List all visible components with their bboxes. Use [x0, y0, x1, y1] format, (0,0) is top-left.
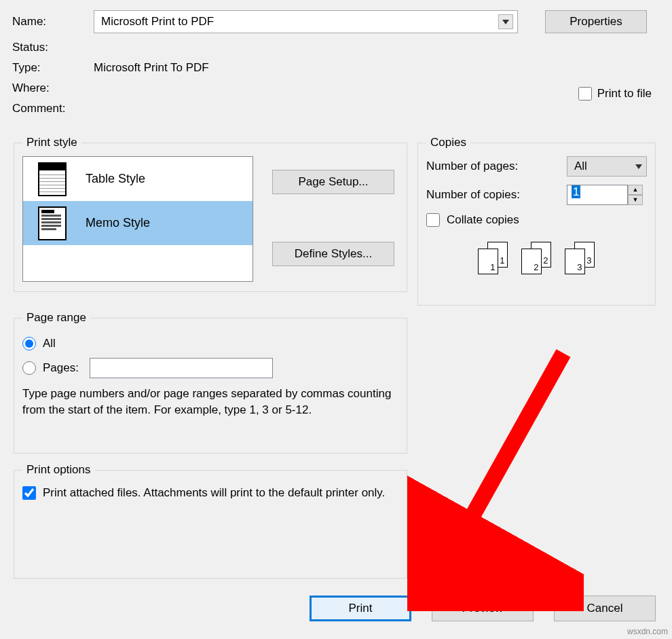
collate-checkbox[interactable] — [426, 213, 440, 227]
memo-style-icon — [38, 206, 67, 240]
print-dialog: Name: Microsoft Print to PDF Properties … — [0, 0, 672, 129]
style-item-memo[interactable]: Memo Style — [23, 201, 253, 245]
style-item-table[interactable]: Table Style — [23, 157, 253, 201]
table-style-icon — [38, 162, 67, 196]
copies-group: Copies Number of pages: All Number of co… — [417, 136, 656, 306]
num-copies-label: Number of copies: — [426, 188, 559, 202]
pages-input[interactable] — [90, 358, 273, 378]
define-styles-button[interactable]: Define Styles... — [272, 242, 394, 266]
printer-name-value: Microsoft Print to PDF — [101, 15, 214, 29]
copies-legend: Copies — [426, 136, 470, 149]
print-attached-label: Print attached files. Attachments will p… — [43, 486, 385, 500]
num-pages-select[interactable]: All — [567, 156, 647, 177]
print-style-list[interactable]: Table Style Memo Style — [22, 156, 253, 282]
num-copies-input[interactable]: 1 — [567, 185, 628, 205]
collate-label: Collate copies — [447, 213, 519, 227]
page-range-legend: Page range — [22, 311, 90, 325]
print-options-legend: Print options — [22, 463, 95, 477]
style-label-memo: Memo Style — [86, 216, 150, 230]
preview-button[interactable]: Preview — [432, 596, 534, 621]
page-range-pages-radio[interactable] — [22, 361, 36, 375]
copies-spin-up[interactable]: ▲ — [628, 185, 643, 195]
watermark: wsxdn.com — [627, 627, 668, 636]
where-label: Where: — [12, 81, 94, 95]
page-range-hint: Type page numbers and/or page ranges sep… — [22, 386, 398, 418]
comment-label: Comment: — [12, 102, 94, 115]
name-label: Name: — [12, 15, 94, 29]
cancel-button[interactable]: Cancel — [554, 596, 656, 621]
print-button[interactable]: Print — [310, 596, 411, 621]
collate-preview: 11 22 33 — [426, 242, 647, 276]
svg-line-1 — [434, 353, 563, 584]
page-range-all-label: All — [43, 337, 56, 350]
page-range-all-radio[interactable] — [22, 337, 36, 350]
chevron-down-icon[interactable] — [498, 14, 513, 29]
properties-button[interactable]: Properties — [545, 10, 647, 33]
annotation-arrow — [407, 340, 584, 611]
chevron-down-icon[interactable] — [635, 164, 642, 169]
style-label-table: Table Style — [86, 172, 145, 186]
printer-name-select[interactable]: Microsoft Print to PDF — [94, 10, 518, 33]
page-range-pages-label: Pages: — [43, 361, 79, 375]
num-pages-label: Number of pages: — [426, 160, 559, 173]
print-to-file-label: Print to file — [597, 87, 652, 101]
print-style-legend: Print style — [22, 136, 81, 149]
copies-spin-down[interactable]: ▼ — [628, 195, 643, 205]
num-pages-value: All — [574, 160, 587, 173]
status-label: Status: — [12, 41, 94, 54]
type-value: Microsoft Print To PDF — [94, 61, 209, 75]
page-range-group: Page range All Pages: Type page numbers … — [14, 311, 407, 454]
print-to-file-checkbox[interactable] — [578, 87, 592, 101]
print-attached-checkbox[interactable] — [22, 486, 36, 500]
type-label: Type: — [12, 61, 94, 75]
print-options-group: Print options Print attached files. Atta… — [14, 463, 407, 579]
page-setup-button[interactable]: Page Setup... — [272, 170, 394, 194]
print-style-group: Print style Table Style Memo Style — [14, 136, 407, 292]
